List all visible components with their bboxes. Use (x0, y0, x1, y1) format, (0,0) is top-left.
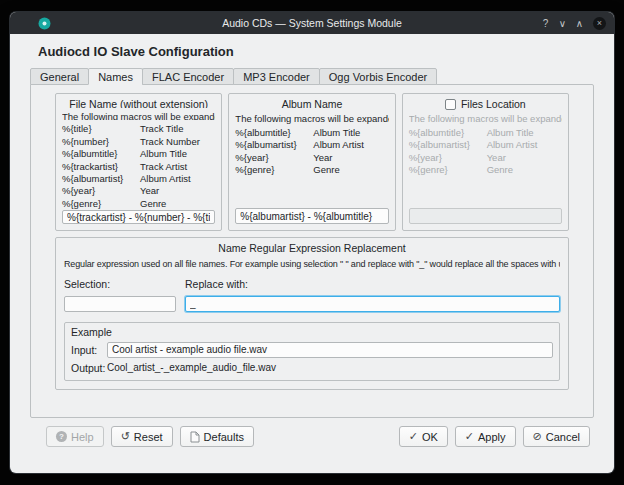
apply-check-icon: ✓ (465, 431, 474, 442)
dialog-button-box: ? Help ↺ Reset Defaults ✓ OK (46, 426, 590, 447)
files-location-macros-intro: The following macros will be expanded: (409, 113, 562, 124)
tab-flac-encoder[interactable]: FLAC Encoder (142, 68, 234, 85)
regexp-description: Regular expression used on all file name… (64, 259, 560, 269)
selection-field-col: Selection: (64, 278, 176, 312)
tab-names[interactable]: Names (88, 68, 143, 85)
macro-meaning: Album Artist (487, 139, 538, 151)
macro-row: %{title} Track Title (62, 123, 215, 135)
example-output-label: Output: (71, 362, 107, 374)
macro-groups-row: File Name (without extension) The follow… (55, 93, 569, 231)
album-name-macros-intro: The following macros will be expanded: (235, 113, 388, 124)
help-button-label: Help (71, 431, 94, 443)
tab-general[interactable]: General (30, 68, 89, 85)
macro-name: %{number} (62, 136, 140, 148)
macro-name: %{albumtitle} (409, 127, 487, 139)
file-name-pattern-input[interactable] (62, 210, 215, 224)
macro-row: %{albumartist} Album Artist (235, 139, 388, 151)
selection-label: Selection: (64, 278, 176, 290)
page-title: Audiocd IO Slave Configuration (38, 44, 586, 59)
tab-ogg-vorbis-encoder[interactable]: Ogg Vorbis Encoder (319, 68, 437, 85)
example-group-title: Example (71, 326, 553, 338)
macro-meaning: Album Title (487, 127, 534, 139)
close-icon[interactable]: × (593, 17, 606, 30)
files-location-checkbox[interactable] (445, 99, 456, 110)
audio-cd-icon (38, 17, 51, 30)
macro-row: %{albumtitle} Album Title (62, 148, 215, 160)
example-output-row: Output: Cool_artist_-_example_audio_file… (71, 362, 553, 374)
macro-row: %{albumartist} Album Artist (409, 139, 562, 151)
reset-button-label: Reset (134, 431, 163, 443)
macro-row: %{year} Year (62, 185, 215, 197)
unshade-icon[interactable]: ∧ (571, 18, 588, 29)
regexp-group-title: Name Regular Expression Replacement (64, 242, 560, 254)
macro-meaning: Album Artist (140, 173, 191, 185)
window-content: Audiocd IO Slave Configuration General N… (10, 34, 614, 473)
example-input-field[interactable] (107, 342, 553, 358)
macro-name: %{year} (62, 185, 140, 197)
tab-mp3-encoder[interactable]: MP3 Encoder (233, 68, 320, 85)
album-name-pattern-input[interactable] (235, 208, 388, 224)
cancel-button-label: Cancel (546, 431, 580, 443)
reset-button[interactable]: ↺ Reset (111, 426, 173, 447)
help-button[interactable]: ? Help (46, 426, 104, 447)
shade-icon[interactable]: ∨ (554, 18, 571, 29)
file-name-group-title: File Name (without extension) (62, 98, 215, 108)
files-location-group: Files Location The following macros will… (402, 93, 569, 231)
macro-row: %{genre} Genre (62, 198, 215, 210)
macro-meaning: Year (140, 185, 159, 197)
window-title: Audio CDs — System Settings Module (10, 17, 614, 29)
apply-button[interactable]: ✓ Apply (455, 426, 516, 447)
files-location-pattern-input[interactable] (409, 208, 562, 224)
example-group: Example Input: Output: Cool_artist_-_exa… (64, 322, 560, 381)
names-tab-pane: File Name (without extension) The follow… (30, 84, 594, 418)
regexp-replacement-group: Name Regular Expression Replacement Regu… (55, 237, 569, 390)
macro-name: %{year} (409, 152, 487, 164)
macro-name: %{albumartist} (409, 139, 487, 151)
apply-button-label: Apply (478, 431, 506, 443)
macro-row: %{albumtitle} Album Title (409, 127, 562, 139)
macro-name: %{year} (235, 152, 313, 164)
titlebar-buttons: ? ∨ ∧ × (537, 17, 614, 30)
files-location-group-title: Files Location (461, 98, 526, 110)
macro-name: %{trackartist} (62, 161, 140, 173)
example-output-value: Cool_artist_-_example_audio_file.wav (107, 362, 276, 373)
cancel-button[interactable]: ⊘ Cancel (523, 426, 590, 447)
macro-name: %{title} (62, 123, 140, 135)
help-window-icon[interactable]: ? (537, 18, 554, 29)
macro-name: %{genre} (62, 198, 140, 210)
selection-input[interactable] (64, 296, 176, 312)
macro-name: %{albumtitle} (62, 148, 140, 160)
defaults-button-label: Defaults (204, 431, 244, 443)
macro-meaning: Album Artist (313, 139, 364, 151)
tab-bar: General Names FLAC Encoder MP3 Encoder O… (30, 68, 594, 85)
macro-row: %{genre} Genre (409, 164, 562, 176)
files-location-title-row: Files Location (409, 98, 562, 110)
macro-meaning: Album Title (140, 148, 187, 160)
macro-row: %{year} Year (409, 152, 562, 164)
macro-meaning: Track Number (140, 136, 200, 148)
titlebar: Audio CDs — System Settings Module ? ∨ ∧… (10, 12, 614, 34)
macro-name: %{albumtitle} (235, 127, 313, 139)
regexp-fields-row: Selection: Replace with: (64, 278, 560, 312)
replace-with-label: Replace with: (185, 278, 560, 290)
macro-row: %{trackartist} Track Artist (62, 161, 215, 173)
macro-meaning: Genre (487, 164, 513, 176)
defaults-document-icon (190, 431, 200, 443)
macro-name: %{albumartist} (62, 173, 140, 185)
macro-meaning: Album Title (313, 127, 360, 139)
macro-meaning: Year (487, 152, 506, 164)
reset-icon: ↺ (121, 431, 130, 442)
settings-window: Audio CDs — System Settings Module ? ∨ ∧… (10, 12, 614, 473)
macro-row: %{albumartist} Album Artist (62, 173, 215, 185)
ok-check-icon: ✓ (409, 431, 418, 442)
macro-row: %{year} Year (235, 152, 388, 164)
example-input-row: Input: (71, 342, 553, 358)
macro-name: %{genre} (409, 164, 487, 176)
ok-button[interactable]: ✓ OK (399, 426, 448, 447)
replace-with-input[interactable] (185, 296, 560, 312)
file-name-macros-intro: The following macros will be expanded: (62, 111, 215, 120)
defaults-button[interactable]: Defaults (180, 426, 254, 447)
macro-name: %{albumartist} (235, 139, 313, 151)
macro-row: %{genre} Genre (235, 164, 388, 176)
macro-meaning: Track Title (140, 123, 183, 135)
